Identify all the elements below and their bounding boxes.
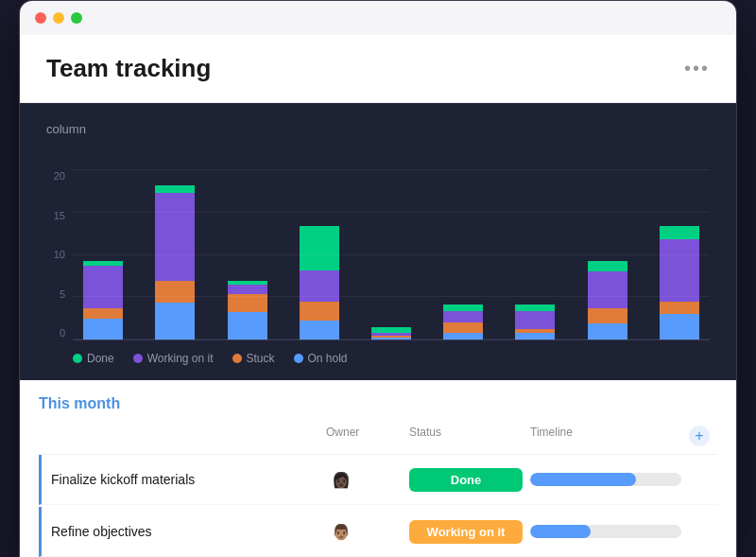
minimize-button[interactable] [53,12,64,24]
legend-hold-label: On hold [308,352,348,365]
y-label-10: 10 [46,249,65,260]
status-badge[interactable]: Working on it [409,520,523,544]
timeline-bar [530,525,681,538]
th-owner: Owner [326,426,402,446]
status-badge[interactable]: Done [409,468,523,492]
legend-done: Done [73,352,114,365]
y-label-5: 5 [46,288,65,300]
table-section: This month Owner Status Timeline + Final… [20,380,736,557]
app-window: Team tracking ••• column 0 5 10 15 20 [19,0,737,557]
section-title: This month [39,395,717,412]
bar-4-hold [371,338,411,339]
legend-working: Working on it [133,352,214,365]
table-rows: Finalize kickoff materials 👩🏿 Done Refin… [39,455,717,557]
legend-hold: On hold [294,352,348,365]
bar-5-stuck [443,322,483,333]
bar-1-stuck [155,281,195,303]
bar-6-hold [515,333,555,339]
bar-5-done [443,305,483,311]
hold-dot [294,354,303,363]
table-row[interactable]: Finalize kickoff materials 👩🏿 Done [39,455,717,505]
bar-5-hold [443,333,483,339]
legend-stuck: Stuck [232,352,275,365]
bar-6-working [515,311,555,328]
y-label-20: 20 [46,170,65,182]
y-label-15: 15 [46,210,65,221]
bar-3-working [300,270,339,302]
bar-7-working [588,271,627,308]
bar-group-2 [216,170,277,339]
page-title: Team tracking [46,54,211,83]
bar-group-0 [73,170,133,339]
bar-group-5 [433,170,493,339]
chart-area: 0 5 10 15 20 [46,151,710,340]
stuck-dot [232,354,242,363]
bar-8-done [660,226,699,238]
table-row[interactable]: Refine objectives 👨🏽 Working on it [39,507,717,557]
bar-1-hold [155,303,195,339]
timeline-fill [530,525,591,538]
bar-7-stuck [588,308,627,324]
bar-0-stuck [83,308,123,319]
th-status: Status [409,426,523,446]
bar-group-3 [289,170,350,339]
bar-3-hold [300,321,339,339]
bar-6-done [515,305,555,311]
bar-0-working [83,266,123,307]
bar-group-1 [145,170,205,339]
bar-2-working [228,285,267,294]
close-button[interactable] [35,12,46,24]
title-bar [20,1,736,35]
timeline-bar [530,473,681,486]
bar-1-working [155,193,195,281]
bar-8-working [660,239,699,303]
add-column-button[interactable]: + [689,426,710,446]
table-header: Owner Status Timeline + [39,426,717,455]
bar-2-stuck [228,294,267,312]
bar-3-stuck [300,302,339,321]
app-header: Team tracking ••• [20,35,736,103]
chart-legend: Done Working on it Stuck On hold [46,352,710,365]
th-add: + [689,426,717,446]
bar-7-hold [588,323,627,339]
bar-7-done [588,261,627,271]
owner-avatar: 👨🏽 [326,516,356,547]
fullscreen-button[interactable] [71,12,82,24]
bar-group-4 [361,170,421,339]
bar-group-8 [649,170,710,339]
th-task [48,426,318,446]
task-name: Finalize kickoff materials [51,472,318,487]
bar-5-working [443,311,483,322]
bar-1-done [155,185,195,193]
bar-4-done [371,327,411,334]
bar-0-hold [83,319,123,339]
y-label-0: 0 [46,327,65,339]
chart-section: column 0 5 10 15 20 [20,103,736,380]
legend-working-label: Working on it [147,352,214,365]
chart-label: column [46,122,710,136]
owner-avatar: 👩🏿 [326,464,356,495]
bar-group-6 [505,170,565,339]
task-name: Refine objectives [51,524,318,539]
bar-8-hold [660,314,699,339]
working-dot [133,354,143,363]
bar-2-hold [228,312,267,339]
timeline-fill [530,473,636,486]
bar-3-done [300,226,339,270]
bar-group-7 [577,170,638,339]
y-axis: 0 5 10 15 20 [46,170,65,340]
more-options-button[interactable]: ••• [684,58,710,79]
th-timeline: Timeline [530,426,681,446]
bar-8-stuck [660,302,699,314]
legend-stuck-label: Stuck [247,352,275,365]
done-dot [73,354,82,363]
bars-container [73,170,710,340]
legend-done-label: Done [87,352,114,365]
